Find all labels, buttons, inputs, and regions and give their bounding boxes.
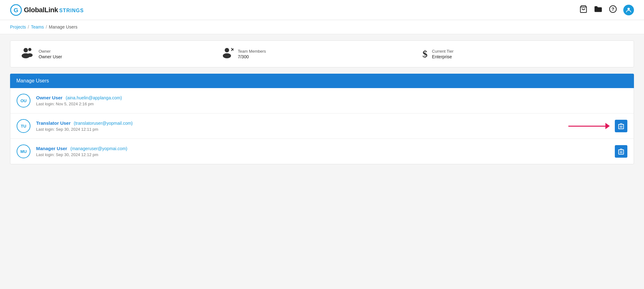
user-name-line-tu: Translator User (translatoruser@yopmail.…	[36, 120, 133, 126]
svg-rect-15	[620, 123, 622, 124]
avatar-mu: MU	[17, 144, 30, 158]
manage-users-title: Manage Users	[16, 78, 49, 83]
table-row: OU Owner User (aina.huelin@applanga.com)…	[10, 88, 634, 113]
svg-point-8	[28, 48, 31, 51]
delete-user-button-tu[interactable]	[615, 120, 627, 132]
user-last-login-tu: Last login: Sep 30, 2024 12:11 pm	[36, 127, 133, 132]
tier-icon: $	[422, 48, 427, 60]
breadcrumb-teams[interactable]: Teams	[31, 24, 44, 29]
users-container: OU Owner User (aina.huelin@applanga.com)…	[10, 88, 634, 164]
breadcrumb-sep-2: /	[46, 24, 47, 29]
trash-icon	[618, 148, 624, 155]
arrow-line	[568, 126, 606, 127]
breadcrumb-sep-1: /	[28, 24, 29, 29]
stat-team-value: 7/300	[238, 54, 266, 59]
stat-team-members: ✕ Team Members 7/300	[222, 47, 423, 61]
svg-text:G: G	[14, 7, 19, 13]
stat-tier: $ Current Tier Enterprise	[422, 48, 624, 60]
avatar-ou: OU	[17, 94, 30, 108]
team-members-icon: ✕	[222, 47, 233, 61]
logo-strings: STRINGS	[59, 8, 84, 13]
user-last-login-mu: Last login: Sep 30, 2024 12:12 pm	[36, 152, 127, 157]
manage-users-header: Manage Users	[10, 74, 634, 88]
svg-point-10	[225, 48, 229, 52]
user-email-ou: (aina.huelin@applanga.com)	[66, 95, 122, 100]
stat-tier-value: Enterprise	[432, 54, 453, 59]
stat-tier-info: Current Tier Enterprise	[432, 49, 453, 59]
user-email-mu: (manageruser@yopmai.com)	[70, 146, 127, 151]
breadcrumb-projects[interactable]: Projects	[10, 24, 26, 29]
app-header: G GlobalLink STRINGS ?	[0, 0, 644, 20]
user-name-mu: Manager User	[36, 146, 67, 151]
breadcrumb-manage-users: Manage Users	[49, 24, 78, 29]
table-row: MU Manager User (manageruser@yopmai.com)…	[10, 139, 634, 164]
user-name-ou: Owner User	[36, 95, 62, 100]
svg-point-5	[627, 8, 630, 10]
svg-point-9	[27, 53, 33, 57]
svg-rect-21	[620, 149, 622, 150]
trash-icon	[618, 123, 624, 129]
user-name-tu: Translator User	[36, 120, 71, 126]
stat-owner-label: Owner	[39, 49, 62, 54]
stats-bar: Owner Owner User ✕ Team Members 7/300 $ …	[10, 40, 634, 67]
svg-point-6	[24, 48, 28, 52]
avatar-tu: TU	[17, 119, 30, 133]
user-info-tu: Translator User (translatoruser@yopmail.…	[36, 120, 133, 132]
user-info-ou: Owner User (aina.huelin@applanga.com) La…	[36, 95, 122, 106]
cart-icon[interactable]	[579, 5, 588, 15]
breadcrumb: Projects / Teams / Manage Users	[0, 20, 644, 34]
table-row: TU Translator User (translatoruser@yopma…	[10, 113, 634, 139]
svg-text:?: ?	[611, 6, 614, 12]
user-profile-icon[interactable]	[623, 5, 634, 15]
globallink-logo-icon: G	[10, 4, 22, 16]
user-email-tu: (translatoruser@yopmail.com)	[74, 121, 133, 126]
logo-globallink: GlobalLink	[24, 6, 58, 14]
logo-text: GlobalLink STRINGS	[24, 6, 84, 14]
user-actions-tu	[568, 120, 627, 132]
svg-point-11	[223, 53, 231, 58]
stat-team-label: Team Members	[238, 49, 266, 54]
help-icon[interactable]: ?	[609, 5, 617, 15]
owner-icon	[20, 47, 34, 61]
arrow-annotation	[568, 126, 606, 127]
logo-area: G GlobalLink STRINGS	[10, 4, 84, 16]
stat-owner-info: Owner Owner User	[39, 49, 62, 59]
user-name-line-ou: Owner User (aina.huelin@applanga.com)	[36, 95, 122, 100]
user-actions-mu	[615, 145, 627, 158]
stat-tier-label: Current Tier	[432, 49, 453, 54]
stat-owner: Owner Owner User	[20, 47, 222, 61]
folder-icon[interactable]	[594, 5, 603, 15]
header-icons: ?	[579, 5, 634, 15]
user-last-login-ou: Last login: Nov 5, 2024 2:16 pm	[36, 102, 122, 106]
svg-text:✕: ✕	[230, 47, 233, 52]
stat-team-info: Team Members 7/300	[238, 49, 266, 59]
delete-user-button-mu[interactable]	[615, 145, 627, 158]
user-name-line-mu: Manager User (manageruser@yopmai.com)	[36, 146, 127, 151]
user-info-mu: Manager User (manageruser@yopmai.com) La…	[36, 146, 127, 157]
stat-owner-value: Owner User	[39, 54, 62, 59]
main-content: Manage Users OU Owner User (aina.huelin@…	[10, 74, 634, 164]
